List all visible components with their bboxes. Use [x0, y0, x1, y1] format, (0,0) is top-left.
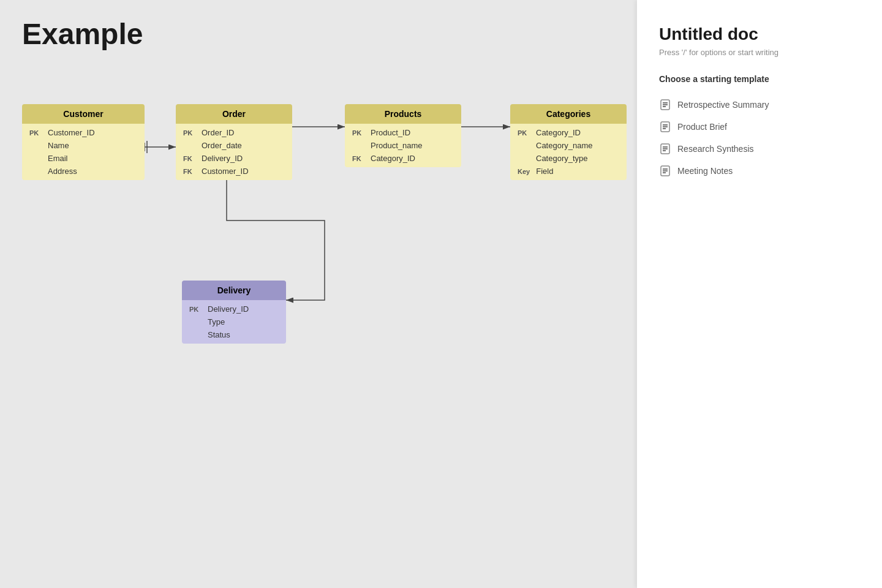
template-label-retrospective: Retrospective Summary	[677, 100, 769, 110]
document-icon	[659, 143, 671, 155]
entity-categories-header: Categories	[510, 104, 627, 124]
entity-products-header: Products	[345, 104, 461, 124]
template-item-meeting-notes[interactable]: Meeting Notes	[659, 160, 860, 182]
template-label-research-synthesis: Research Synthesis	[677, 144, 754, 154]
table-row: PK Product_ID	[345, 126, 461, 139]
table-row: Product_name	[345, 139, 461, 152]
table-row: Status	[182, 328, 286, 341]
document-icon	[659, 165, 671, 177]
table-row: PK Order_ID	[176, 126, 292, 139]
table-row: Address	[22, 165, 145, 178]
entity-delivery-header: Delivery	[182, 281, 286, 300]
entity-delivery: Delivery PK Delivery_ID Type Status	[182, 281, 286, 344]
document-icon	[659, 99, 671, 111]
entity-products: Products PK Product_ID Product_name FK C…	[345, 104, 461, 167]
table-row: Name	[22, 139, 145, 152]
erd-canvas: Customer PK Customer_ID Name Email Addre…	[0, 0, 637, 588]
entity-categories: Categories PK Category_ID Category_name …	[510, 104, 627, 180]
panel-section-title: Choose a starting template	[659, 74, 860, 84]
entity-customer: Customer PK Customer_ID Name Email Addre…	[22, 104, 145, 180]
table-row: FK Customer_ID	[176, 165, 292, 178]
table-row: FK Delivery_ID	[176, 152, 292, 165]
entity-order-header: Order	[176, 104, 292, 124]
table-row: Email	[22, 152, 145, 165]
template-item-retrospective[interactable]: Retrospective Summary	[659, 94, 860, 116]
template-label-product-brief: Product Brief	[677, 122, 727, 132]
table-row: PK Delivery_ID	[182, 303, 286, 315]
panel-title: Untitled doc	[659, 24, 860, 44]
entity-customer-header: Customer	[22, 104, 145, 124]
entity-order: Order PK Order_ID Order_date FK Delivery…	[176, 104, 292, 180]
table-row: PK Customer_ID	[22, 126, 145, 139]
right-panel: Untitled doc Press '/' for options or st…	[637, 0, 882, 588]
template-item-research-synthesis[interactable]: Research Synthesis	[659, 138, 860, 160]
template-label-meeting-notes: Meeting Notes	[677, 166, 733, 176]
table-row: Order_date	[176, 139, 292, 152]
table-row: FK Category_ID	[345, 152, 461, 165]
table-row: Type	[182, 315, 286, 328]
connectors-svg	[0, 0, 637, 588]
panel-subtitle: Press '/' for options or start writing	[659, 48, 860, 57]
entity-delivery-body: PK Delivery_ID Type Status	[182, 300, 286, 344]
table-row: PK Category_ID	[510, 126, 627, 139]
table-row: Category_type	[510, 152, 627, 165]
table-row: Key Field	[510, 165, 627, 178]
template-item-product-brief[interactable]: Product Brief	[659, 116, 860, 138]
entity-categories-body: PK Category_ID Category_name Category_ty…	[510, 124, 627, 180]
entity-customer-body: PK Customer_ID Name Email Address	[22, 124, 145, 180]
entity-products-body: PK Product_ID Product_name FK Category_I…	[345, 124, 461, 167]
document-icon	[659, 121, 671, 133]
table-row: Category_name	[510, 139, 627, 152]
entity-order-body: PK Order_ID Order_date FK Delivery_ID FK…	[176, 124, 292, 180]
